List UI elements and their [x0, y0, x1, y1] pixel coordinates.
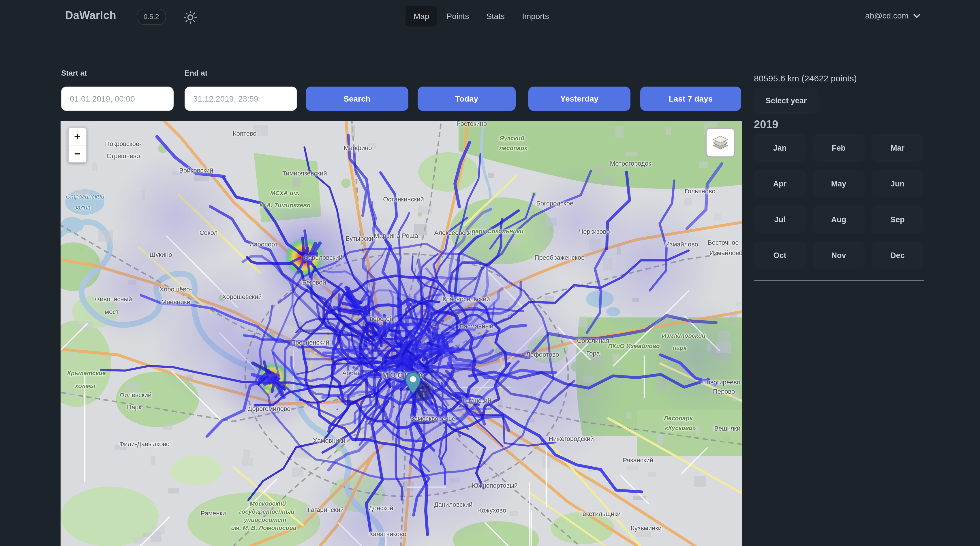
month-label: Jan [773, 144, 787, 152]
month-button-apr[interactable]: Apr [754, 170, 806, 197]
nav-tab-label: Imports [522, 11, 549, 21]
month-button-nov[interactable]: Nov [813, 241, 865, 269]
nav-tab-stats[interactable]: Stats [478, 6, 513, 27]
start-at-label: Start at [61, 69, 87, 77]
nav-tab-imports[interactable]: Imports [514, 6, 557, 27]
month-button-jun[interactable]: Jun [872, 170, 923, 197]
search-button[interactable]: Search [306, 86, 408, 111]
nav-tab-label: Map [414, 11, 429, 21]
select-year-button[interactable]: Select year [754, 88, 818, 114]
month-label: Jul [774, 215, 785, 224]
month-button-may[interactable]: May [813, 170, 865, 197]
month-label: Nov [831, 251, 846, 259]
layers-icon [711, 133, 730, 152]
location-marker[interactable] [405, 372, 421, 396]
zoom-control: + − [67, 127, 87, 163]
app-root: DaWarIch 0.5.2 Map Points Stats Imports [0, 0, 980, 546]
version-badge: 0.5.2 [137, 9, 166, 25]
yesterday-button[interactable]: Yesterday [528, 86, 630, 111]
end-at-label: End at [185, 69, 207, 77]
month-label: Mar [891, 144, 904, 152]
month-button-feb[interactable]: Feb [813, 134, 865, 161]
month-grid: Jan Feb Mar Apr May Jun Jul [754, 134, 923, 269]
month-button-mar[interactable]: Mar [872, 134, 923, 161]
nav-tab-label: Stats [486, 11, 505, 21]
zoom-out-button[interactable]: − [68, 145, 86, 162]
month-label: Jun [891, 179, 904, 188]
main-nav: Map Points Stats Imports [406, 6, 557, 27]
month-label: Oct [773, 251, 786, 259]
nav-tab-map[interactable]: Map [406, 6, 437, 27]
year-heading: 2019 [754, 118, 778, 131]
month-label: Feb [832, 144, 846, 152]
user-menu[interactable]: ab@cd.com [865, 11, 921, 20]
user-email: ab@cd.com [865, 11, 908, 20]
map-base-tiles [60, 121, 742, 546]
app-logo[interactable]: DaWarIch [65, 9, 116, 22]
month-button-dec[interactable]: Dec [872, 241, 923, 269]
nav-tab-points[interactable]: Points [438, 6, 477, 27]
theme-toggle-sun-icon[interactable] [183, 10, 197, 24]
month-label: May [831, 179, 846, 188]
month-label: Sep [890, 215, 905, 224]
month-button-jul[interactable]: Jul [754, 206, 806, 233]
chevron-down-icon [913, 12, 921, 19]
last-7-days-button[interactable]: Last 7 days [640, 86, 741, 111]
today-button[interactable]: Today [418, 86, 515, 111]
month-button-sep[interactable]: Sep [872, 206, 923, 233]
month-label: Dec [890, 251, 905, 259]
map[interactable]: Коптево Покровское- Стрешнево Войковский… [60, 121, 742, 546]
month-button-oct[interactable]: Oct [754, 241, 806, 269]
nav-tab-label: Points [447, 11, 469, 21]
month-label: Aug [831, 215, 846, 224]
zoom-in-button[interactable]: + [68, 128, 86, 145]
month-button-aug[interactable]: Aug [813, 206, 865, 233]
end-date-input[interactable] [185, 86, 297, 111]
distance-stats: 80595.6 km (24622 points) [754, 73, 857, 83]
sidebar-divider [754, 281, 924, 281]
layers-control[interactable] [705, 128, 735, 158]
month-button-jan[interactable]: Jan [754, 134, 806, 161]
start-date-input[interactable] [61, 86, 173, 111]
month-label: Apr [773, 179, 787, 188]
